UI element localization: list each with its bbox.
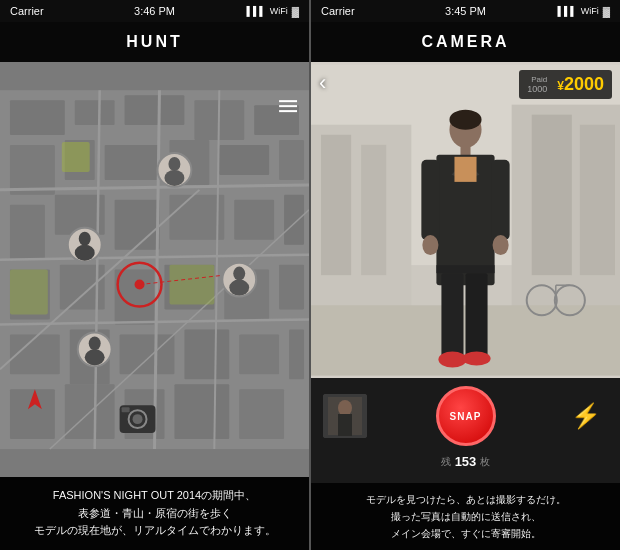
flash-icon: ⚡ <box>571 402 601 430</box>
camera-viewfinder[interactable]: ‹ Paid 1000 ¥2000 <box>311 62 620 378</box>
hunt-bottom-info: FASHION'S NIGHT OUT 2014の期間中、 表参道・青山・原宿の… <box>0 477 309 550</box>
svg-rect-91 <box>466 273 488 358</box>
svg-rect-90 <box>441 273 463 358</box>
svg-rect-16 <box>234 200 274 240</box>
svg-point-96 <box>422 235 438 255</box>
svg-rect-1 <box>10 100 65 135</box>
status-bar-hunt: Carrier 3:46 PM ▌▌▌ WiFi ▓ <box>0 0 309 22</box>
status-icons-cam: ▌▌▌ WiFi ▓ <box>558 6 610 17</box>
svg-point-51 <box>164 170 184 186</box>
svg-rect-11 <box>279 140 304 180</box>
time-display: 3:46 PM <box>134 5 175 17</box>
svg-point-56 <box>233 267 245 281</box>
hunt-title: HUNT <box>126 33 182 51</box>
svg-rect-12 <box>10 205 45 260</box>
svg-rect-33 <box>174 384 229 439</box>
svg-rect-89 <box>436 265 494 273</box>
svg-rect-26 <box>120 334 175 374</box>
svg-rect-68 <box>279 110 297 112</box>
svg-rect-76 <box>532 115 572 276</box>
svg-rect-94 <box>421 160 439 240</box>
battery-icon: ▓ <box>292 6 299 17</box>
svg-rect-8 <box>105 145 160 180</box>
counter-row: 残 153 枚 <box>323 454 608 469</box>
svg-point-59 <box>89 336 101 350</box>
signal-icon: ▌▌▌ <box>247 6 266 16</box>
back-button[interactable]: ‹ <box>319 70 326 96</box>
hunt-description-1: FASHION'S NIGHT OUT 2014の期間中、 <box>15 487 294 505</box>
counter-value: 153 <box>455 454 477 469</box>
camera-bottom-info: モデルを見つけたら、あとは撮影するだけ。 撮った写真は自動的に送信され、 メイン… <box>311 483 620 550</box>
svg-rect-44 <box>169 265 214 305</box>
carrier-label-cam: Carrier <box>321 5 355 17</box>
svg-rect-75 <box>361 145 386 275</box>
hunt-map[interactable] <box>0 62 309 477</box>
svg-rect-10 <box>219 145 269 175</box>
thumb-svg <box>323 394 367 438</box>
camera-title: CAMERA <box>421 33 509 51</box>
counter-prefix: 残 <box>441 455 451 469</box>
camera-description-2: 撮った写真は自動的に送信され、 <box>323 508 608 525</box>
svg-rect-65 <box>122 407 130 412</box>
snap-label: SNAP <box>450 411 482 422</box>
svg-point-64 <box>133 414 143 424</box>
hunt-description-2: 表参道・青山・原宿の街を歩く <box>15 505 294 523</box>
svg-rect-74 <box>321 135 351 275</box>
svg-rect-5 <box>254 105 299 135</box>
svg-rect-29 <box>289 329 304 379</box>
svg-rect-6 <box>10 145 55 195</box>
svg-rect-15 <box>169 195 224 240</box>
svg-point-60 <box>85 349 105 365</box>
carrier-label: Carrier <box>10 5 44 17</box>
hunt-title-bar: HUNT <box>0 22 309 62</box>
svg-rect-27 <box>184 329 229 379</box>
map-svg <box>0 62 309 477</box>
svg-point-100 <box>338 400 352 416</box>
svg-rect-66 <box>279 100 297 102</box>
svg-rect-34 <box>239 389 284 439</box>
svg-rect-43 <box>62 142 90 172</box>
svg-point-54 <box>75 245 95 261</box>
svg-rect-95 <box>492 160 510 240</box>
svg-rect-67 <box>279 105 297 107</box>
hunt-description-3: モデルの現在地が、リアルタイムでわかります。 <box>15 522 294 540</box>
svg-rect-28 <box>239 334 279 374</box>
snap-button[interactable]: SNAP <box>436 386 496 446</box>
flash-button[interactable]: ⚡ <box>564 394 608 438</box>
svg-point-83 <box>449 110 481 130</box>
camera-description-1: モデルを見つけたら、あとは撮影するだけ。 <box>323 491 608 508</box>
camera-phone: Carrier 3:45 PM ▌▌▌ WiFi ▓ CAMERA <box>311 0 620 550</box>
signal-icon-cam: ▌▌▌ <box>558 6 577 16</box>
svg-point-93 <box>462 351 490 365</box>
svg-point-50 <box>168 157 180 171</box>
svg-point-53 <box>79 232 91 246</box>
counter-suffix: 枚 <box>480 455 490 469</box>
svg-rect-2 <box>75 100 115 125</box>
status-bar-camera: Carrier 3:45 PM ▌▌▌ WiFi ▓ <box>311 0 620 22</box>
camera-title-bar: CAMERA <box>311 22 620 62</box>
wifi-icon-cam: WiFi <box>581 6 599 16</box>
svg-rect-23 <box>279 265 304 310</box>
svg-point-92 <box>438 351 466 367</box>
svg-rect-77 <box>580 125 615 275</box>
price-paid-label: Paid <box>527 75 547 84</box>
hunt-phone: Carrier 3:46 PM ▌▌▌ WiFi ▓ HUNT <box>0 0 309 550</box>
svg-point-57 <box>229 280 249 296</box>
svg-rect-45 <box>10 270 48 315</box>
controls-row: SNAP ⚡ <box>323 386 608 446</box>
svg-rect-88 <box>454 157 476 182</box>
svg-rect-17 <box>284 195 304 245</box>
svg-point-97 <box>493 235 509 255</box>
wifi-icon: WiFi <box>270 6 288 16</box>
price-base-amount: 1000 <box>527 84 547 94</box>
thumbnail-preview[interactable] <box>323 394 367 438</box>
svg-rect-3 <box>125 95 185 125</box>
svg-rect-14 <box>115 200 160 250</box>
camera-controls: SNAP ⚡ 残 153 枚 <box>311 378 620 483</box>
battery-icon-cam: ▓ <box>603 6 610 17</box>
price-badge: Paid 1000 ¥2000 <box>519 70 612 99</box>
fashion-photo <box>311 62 620 378</box>
camera-description-3: メイン会場で、すぐに寄審開始。 <box>323 525 608 542</box>
price-main-amount: ¥2000 <box>557 74 604 95</box>
status-icons: ▌▌▌ WiFi ▓ <box>247 6 299 17</box>
